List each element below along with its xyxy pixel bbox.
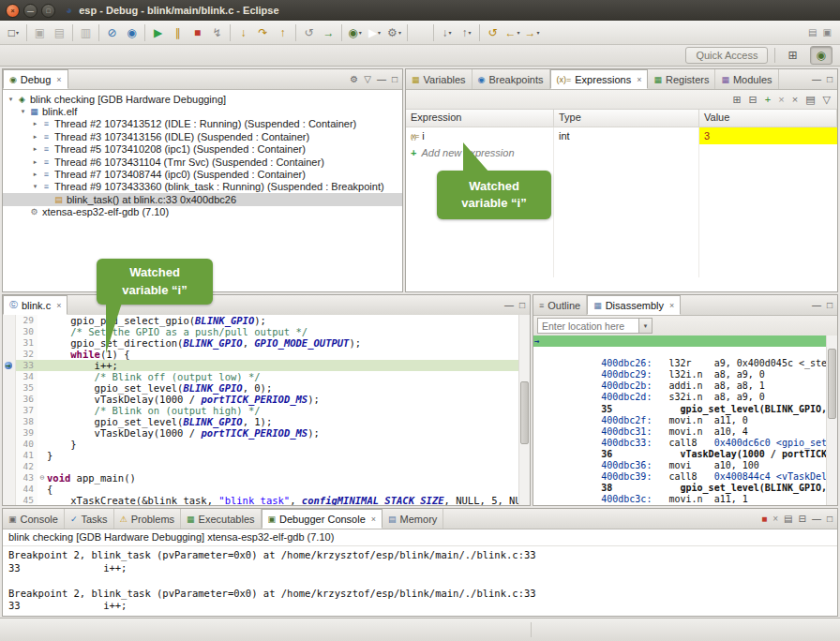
location-input[interactable]: [537, 318, 638, 334]
clear-console-icon[interactable]: ▤: [784, 514, 792, 524]
code-line[interactable]: 35 gpio_set_level(BLINK_GPIO, 0);: [3, 382, 530, 394]
close-icon[interactable]: ×: [56, 301, 61, 310]
suspend-icon[interactable]: ∥: [168, 22, 188, 43]
disassembly-line[interactable]: 36 vTaskDelay(1000 / portTICK_PERI: [533, 426, 837, 438]
maximize-icon[interactable]: □: [827, 514, 832, 524]
editor-ruler[interactable]: [3, 472, 16, 484]
editor-ruler[interactable]: [3, 326, 16, 337]
view-menu-icon[interactable]: ▽: [823, 94, 831, 106]
disassembly-line[interactable]: 400dbc2d: s32i.n a8, a9, 0: [533, 369, 837, 380]
last-edit-location-icon[interactable]: ↺: [483, 22, 502, 43]
instruction-stepping-icon[interactable]: →: [319, 22, 338, 43]
tab-debugger-console[interactable]: ▣ Debugger Console ×: [262, 509, 383, 529]
editor-ruler[interactable]: [3, 495, 16, 505]
editor-ruler[interactable]: [3, 450, 16, 461]
code-line[interactable]: 38 gpio_set_level(BLINK_GPIO, 1);: [3, 416, 530, 427]
save-all-icon[interactable]: ▤: [50, 22, 69, 43]
tab-problems[interactable]: ⚠ Problems: [114, 509, 182, 529]
tab-variables[interactable]: ▦ Variables: [406, 69, 472, 89]
breakpoints-icon[interactable]: ◉: [122, 22, 142, 43]
next-annotation-icon[interactable]: ↓ ▾: [437, 22, 457, 43]
editor-ruler[interactable]: [3, 394, 16, 405]
maximize-icon[interactable]: □: [519, 300, 525, 310]
disassembly-line[interactable]: 400dbc33: call8 0x400dc6c0 <gpio_set_lev…: [533, 415, 837, 426]
minimize-icon[interactable]: —: [377, 74, 386, 84]
disassembly-view[interactable]: → 400dbc26: l32r a9, 0x400d045c <_stext+…: [533, 335, 837, 505]
disassembly-line[interactable]: 400dbc3c: movi.n a11, 1: [533, 471, 837, 483]
tab-executables[interactable]: ▦ Executables: [181, 509, 261, 529]
resume-icon[interactable]: ▶: [148, 22, 168, 43]
skip-breakpoints-icon[interactable]: ⊘: [102, 22, 122, 43]
gear-icon[interactable]: ⚙: [350, 74, 358, 84]
expand-toggle-icon[interactable]: ▸: [30, 120, 40, 127]
tab-console[interactable]: ▣ Console: [3, 509, 65, 529]
expression-value[interactable]: 3: [699, 127, 837, 144]
editor-ruler[interactable]: [3, 439, 16, 450]
maximize-icon[interactable]: □: [827, 300, 832, 310]
expand-toggle-icon[interactable]: ▸: [30, 158, 40, 166]
tab-blink-c[interactable]: ⓒ blink.c ×: [3, 295, 68, 315]
code-editor[interactable]: 29 gpio_pad_select_gpio(BLINK_GPIO); 30 …: [3, 315, 530, 505]
disassembly-line[interactable]: 400dbc3e: movi.n a10, 4: [533, 483, 837, 494]
forward-icon[interactable]: → ▾: [522, 22, 542, 43]
code-line[interactable]: 43 ⊖ void app_main(): [3, 472, 530, 484]
column-header-expression[interactable]: Expression: [406, 110, 554, 127]
disassembly-line[interactable]: 400dbc39: call8 0x400844c4 <vTaskDelay>: [533, 449, 837, 460]
disassembly-line[interactable]: 38 gpio_set_level(BLINK_GPIO, 1);: [533, 460, 837, 471]
editor-ruler[interactable]: [3, 405, 16, 416]
terminate-icon[interactable]: ■: [761, 514, 767, 524]
editor-scrollbar[interactable]: [518, 315, 530, 505]
run-button[interactable]: ▶ ▾: [365, 22, 384, 43]
code-line[interactable]: 34 /* Blink off (output low) */: [3, 371, 530, 382]
tab-modules[interactable]: ▦ Modules: [715, 69, 778, 89]
remove-expression-icon[interactable]: ×: [778, 94, 784, 105]
tab-memory[interactable]: ▤ Memory: [382, 509, 443, 529]
print-icon[interactable]: ▥: [76, 22, 96, 43]
editor-ruler[interactable]: [3, 461, 16, 472]
minimize-icon[interactable]: —: [812, 74, 821, 84]
debug-tree-row[interactable]: ▾ ≡ Thread #9 1073433360 (blink_task : R…: [3, 181, 402, 193]
step-into-icon[interactable]: ↓: [233, 22, 253, 43]
code-line[interactable]: 40 }: [3, 439, 530, 450]
step-return-icon[interactable]: ↑: [273, 22, 292, 43]
close-icon[interactable]: ×: [56, 75, 61, 84]
pin-editor-icon[interactable]: ▤: [808, 27, 817, 37]
debug-tree-row[interactable]: ⚙ xtensa-esp32-elf-gdb (7.10): [3, 206, 402, 218]
tab-registers[interactable]: ▦ Registers: [648, 69, 715, 89]
disassembly-line[interactable]: 400dbc2f: movi.n a11, 0: [533, 392, 837, 403]
search-icon[interactable]: [411, 22, 430, 43]
disassembly-line[interactable]: → 400dbc26: l32r a9, 0x400d045c <_stext+…: [533, 335, 837, 347]
save-icon[interactable]: ▣: [30, 22, 50, 43]
editor-ruler[interactable]: [3, 484, 16, 495]
editor-ruler[interactable]: [3, 427, 16, 439]
disassembly-line[interactable]: 400dbc2b: addi.n a8, a8, 1: [533, 358, 837, 369]
layout-icon[interactable]: ▤: [805, 94, 815, 106]
external-tools-icon[interactable]: ⚙ ▾: [384, 22, 404, 43]
collapse-all-icon[interactable]: ⊟: [749, 94, 758, 106]
view-menu-icon[interactable]: ▽: [364, 74, 371, 84]
code-line[interactable]: 37 /* Blink on (output high) */: [3, 405, 530, 416]
code-line[interactable]: 36 vTaskDelay(1000 / portTICK_PERIOD_MS)…: [3, 394, 530, 405]
code-line[interactable]: 45 xTaskCreate(&blink_task, "blink_task"…: [3, 495, 530, 505]
scrollbar-thumb[interactable]: [520, 381, 529, 444]
expand-toggle-icon[interactable]: ▾: [30, 183, 40, 190]
editor-ruler[interactable]: [3, 416, 16, 427]
column-header-type[interactable]: Type: [554, 110, 699, 127]
restore-icon[interactable]: ▣: [823, 27, 832, 37]
tab-breakpoints[interactable]: ◉ Breakpoints: [472, 69, 550, 89]
scroll-lock-icon[interactable]: ⊟: [799, 514, 806, 524]
close-icon[interactable]: ×: [371, 514, 376, 524]
console-output[interactable]: Breakpoint 2, blink_task (pvParameter=0x…: [3, 546, 837, 616]
editor-ruler[interactable]: [3, 337, 16, 349]
open-perspective-icon[interactable]: ⊞: [782, 47, 802, 64]
quick-access-button[interactable]: Quick Access: [685, 47, 768, 64]
previous-annotation-icon[interactable]: ↑ ▾: [457, 22, 476, 43]
code-line[interactable]: 41 }: [3, 450, 530, 461]
minimize-icon[interactable]: —: [812, 514, 821, 524]
debug-tree-row[interactable]: ▾ ◈ blink checking [GDB Hardware Debuggi…: [3, 93, 402, 105]
close-icon[interactable]: ×: [669, 301, 674, 310]
back-icon[interactable]: ← ▾: [502, 22, 522, 43]
code-line[interactable]: 31 gpio_set_direction(BLINK_GPIO, GPIO_M…: [3, 337, 530, 349]
debug-tree-row[interactable]: ▤ blink_task() at blink.c:33 0x400dbc26: [3, 193, 402, 205]
new-wizard-icon[interactable]: □ ▾: [4, 22, 23, 43]
